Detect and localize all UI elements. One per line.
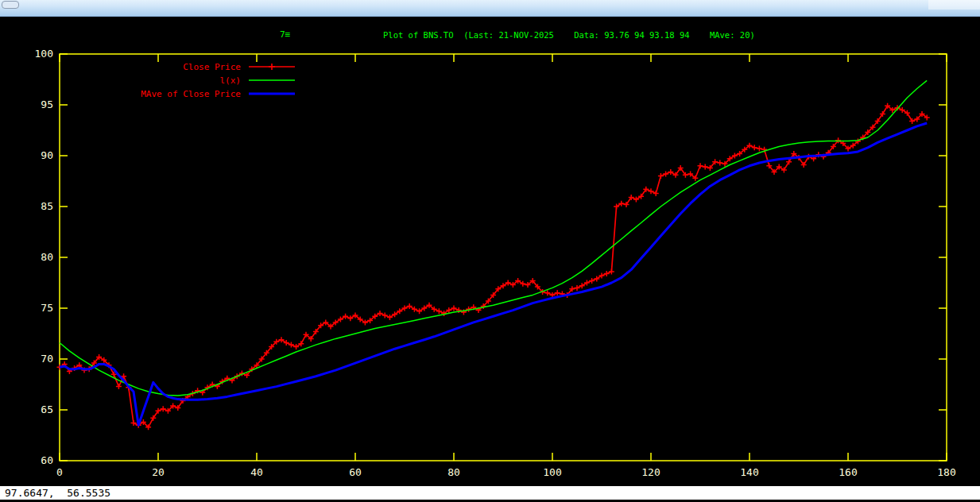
- legend-sample-marker: [269, 64, 275, 70]
- y-tick-label: 100: [35, 48, 53, 60]
- y-tick-label: 80: [41, 251, 53, 263]
- x-tick-label: 140: [740, 466, 758, 478]
- y-tick-label: 70: [41, 353, 53, 365]
- y-tick-label: 90: [41, 149, 53, 161]
- x-tick-label: 120: [641, 466, 660, 478]
- status-bar: 97.6647, 56.5535: [0, 486, 980, 500]
- legend-label: Close Price: [183, 62, 241, 72]
- corner-glyph: 7≡: [280, 29, 290, 40]
- window-icon[interactable]: [2, 1, 19, 9]
- series-line-mave-of-close-price: [60, 123, 927, 425]
- x-tick-label: 80: [447, 466, 460, 478]
- y-tick-label: 65: [41, 404, 53, 415]
- x-tick-label: 60: [349, 466, 362, 478]
- y-tick-label: 95: [41, 98, 53, 110]
- x-tick-label: 20: [152, 466, 165, 478]
- y-tick-label: 85: [41, 200, 53, 212]
- x-tick-label: 160: [839, 466, 857, 478]
- title-bar-highlight: [928, 0, 980, 10]
- plot-title: Plot of BNS.TO (Last: 21-NOV-2025 Data: …: [383, 30, 755, 40]
- chart-canvas: 0204060801001201401601806065707580859095…: [0, 0, 980, 502]
- window-title-bar[interactable]: [0, 0, 980, 17]
- series-markers-close-price: [57, 103, 930, 431]
- legend-label: MAve of Close Price: [141, 89, 241, 99]
- y-tick-label: 75: [41, 302, 53, 314]
- x-tick-label: 180: [937, 466, 955, 478]
- cursor-coordinates: 97.6647, 56.5535: [5, 486, 110, 500]
- gnuplot-window: 0204060801001201401601806065707580859095…: [0, 0, 980, 502]
- series-line-l-x-: [60, 80, 927, 396]
- x-tick-label: 0: [56, 466, 63, 478]
- y-tick-label: 60: [41, 454, 53, 466]
- x-tick-label: 40: [250, 466, 263, 478]
- legend-label: l(x): [220, 75, 242, 86]
- x-tick-label: 100: [543, 466, 561, 478]
- series-line-close-price: [60, 106, 927, 427]
